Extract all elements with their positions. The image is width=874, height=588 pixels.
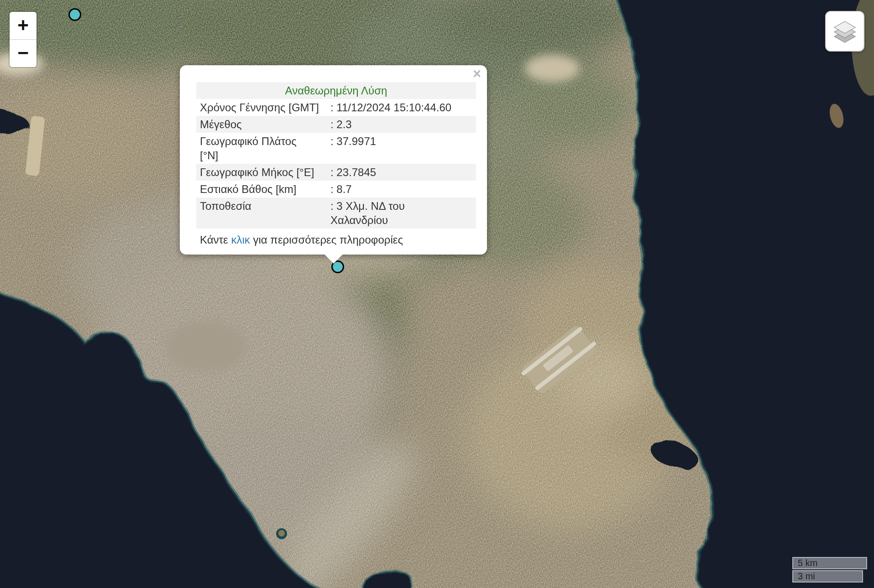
popup-title: Αναθεωρημένη Λύση (196, 82, 476, 99)
scale-mi: 3 mi (792, 570, 863, 583)
popup-row-depth: Εστιακό Βάθος [km] : 8.7 (196, 181, 476, 198)
more-info-link[interactable]: κλικ (231, 234, 250, 246)
row-value: : 3 Χλμ. ΝΔ του Χαλανδρίου (330, 199, 445, 227)
popup-row-latitude: Γεωγραφικό Πλάτος [°N] : 37.9971 (196, 133, 476, 164)
popup-close-button[interactable]: × (473, 67, 481, 81)
zoom-control: + − (9, 11, 37, 68)
row-label: Γεωγραφικό Μήκος [°E] (200, 165, 330, 179)
row-value: : 37.9971 (330, 134, 472, 162)
popup-row-magnitude: Μέγεθος : 2.3 (196, 116, 476, 133)
row-label: Γεωγραφικό Πλάτος [°N] (200, 134, 330, 162)
footer-text-prefix: Κάντε (200, 234, 231, 246)
row-label: Τοποθεσία (200, 199, 330, 227)
row-value: : 2.3 (330, 117, 472, 131)
layers-control-button[interactable] (825, 11, 864, 52)
scale-km: 5 km (792, 557, 867, 569)
popup-row-longitude: Γεωγραφικό Μήκος [°E] : 23.7845 (196, 164, 476, 181)
zoom-in-button[interactable]: + (10, 12, 37, 40)
popup-content: Αναθεωρημένη Λύση Χρόνος Γέννησης [GMT] … (180, 65, 487, 255)
row-value: : 11/12/2024 15:10:44.60 (330, 100, 472, 114)
row-label: Εστιακό Βάθος [km] (200, 182, 330, 196)
row-label: Χρόνος Γέννησης [GMT] (200, 100, 330, 114)
map-viewport[interactable]: × Αναθεωρημένη Λύση Χρόνος Γέννησης [GMT… (0, 0, 874, 588)
scale-control: 5 km 3 mi (792, 557, 867, 583)
popup-row-location: Τοποθεσία : 3 Χλμ. ΝΔ του Χαλανδρίου (196, 198, 476, 229)
row-value: : 8.7 (330, 182, 472, 196)
row-label: Μέγεθος (200, 117, 330, 131)
popup-row-origin-time: Χρόνος Γέννησης [GMT] : 11/12/2024 15:10… (196, 99, 476, 116)
footer-text-suffix: για περισσότερες πληροφορίες (250, 234, 403, 246)
earthquake-popup: × Αναθεωρημένη Λύση Χρόνος Γέννησης [GMT… (180, 65, 487, 255)
zoom-out-button[interactable]: − (10, 40, 37, 67)
layers-icon (832, 18, 858, 45)
row-value: : 23.7845 (330, 165, 472, 179)
secondary-event-marker[interactable] (68, 8, 81, 21)
